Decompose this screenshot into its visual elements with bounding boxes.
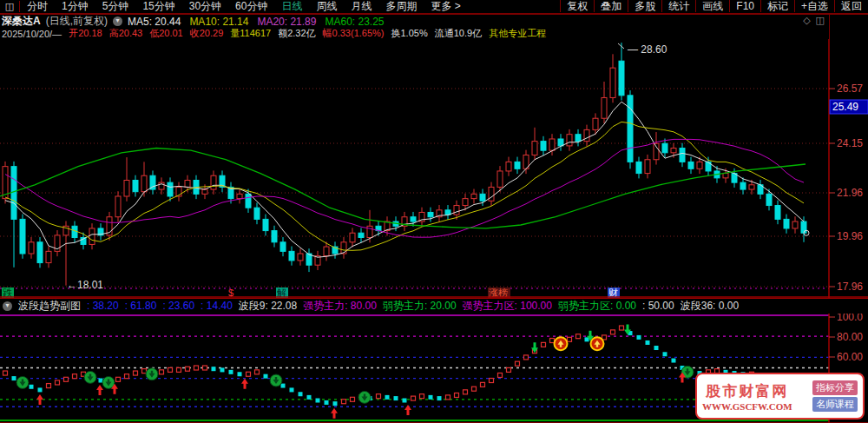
badge[interactable]: 跌 [3,288,13,298]
button-叠加[interactable]: 叠加 [594,0,628,12]
button-标记[interactable]: 标记 [760,0,794,12]
indicator-param: : 38.20 [87,300,119,312]
wave-dot-up [576,334,581,339]
quote-field: 低20.01 [149,27,183,40]
wave-dot-down [325,400,329,405]
button-返回[interactable]: 返回 [834,0,868,12]
quote-field: 额2.32亿 [278,27,315,40]
candle [202,189,207,194]
candle [697,162,702,169]
chevron-down-icon[interactable]: ▾ [3,301,12,311]
wave-dot-up [73,374,77,379]
candle [619,61,624,96]
ma-value: MA20: 21.89 [257,16,316,28]
candle [168,182,173,196]
wave-dot-up [490,379,494,383]
tab-分时[interactable]: 分时 [20,0,55,12]
tab-15分钟[interactable]: 15分钟 [135,0,181,12]
candle [454,206,459,215]
tab-60分钟[interactable]: 60分钟 [228,0,274,12]
wave-dot-up [160,370,164,374]
button-画线[interactable]: 画线 [695,0,729,12]
candle [801,221,806,233]
candle [280,242,286,252]
wave-dot-up [542,342,546,347]
candle [558,139,563,146]
chevron-down-icon[interactable]: ▾ [113,17,122,26]
wave-dot-up [3,371,8,375]
candle [541,142,546,151]
buy-zone-icon [270,374,282,387]
wave-dot-down [385,395,390,400]
tab-更多 >[interactable]: 更多 > [424,0,467,12]
wave-dot-up [47,384,51,388]
quote-field: 其他专业工程 [489,27,546,40]
button-F10[interactable]: F10 [729,0,760,12]
wave-dot-down [646,340,650,345]
indicator-param: 波段36: 0.00 [681,300,739,312]
candle [133,181,138,192]
tab-月线[interactable]: 月线 [344,0,378,12]
candle [532,142,537,155]
quote-field: 量114617 [230,27,271,40]
wave-dot-up [516,361,520,366]
indicator-param: : 50.00 [642,300,674,312]
watermark-badge-1: 指标分享 [812,380,858,395]
indicator-param: 波段9: 22.08 [239,300,297,312]
wave-dot-down [238,372,242,376]
candle [575,135,581,142]
up-arrow-signal [241,379,248,389]
candle [549,139,555,150]
candle [636,162,641,173]
tab-1分钟[interactable]: 1分钟 [55,0,95,12]
candle [497,171,503,187]
candle [628,96,633,162]
candle [89,228,95,244]
wave-dot-up [351,397,355,401]
wave-dot-up [56,380,60,385]
candle [584,129,589,141]
period-toolbar: ◫ 分时1分钟5分钟15分钟30分钟60分钟日线周线月线多周期更多 > 复权叠加… [0,0,868,15]
quote-field: 2025/10/20/— [2,29,62,39]
wave-dot-up [411,396,416,400]
wave-dot-down [429,395,433,400]
badge[interactable]: $ [228,288,233,298]
wave-dot-down [403,399,407,403]
wave-dot-up [472,387,477,391]
quote-field: 换1.05% [391,27,428,40]
wave-dot-up [203,366,207,370]
tab-日线[interactable]: 日线 [274,0,309,12]
candle [211,175,216,189]
wave-dot-up [611,330,615,334]
diamond-icon[interactable]: ◇ [803,15,810,26]
corner-icons: ◇◫ [803,15,825,26]
wave-dot-up [481,382,485,387]
button-+自选[interactable]: +自选 [794,0,834,12]
tab-5分钟[interactable]: 5分钟 [95,0,136,12]
tab-多周期[interactable]: 多周期 [378,0,424,12]
wave-dot-up [377,394,381,399]
period-tabs: 分时1分钟5分钟15分钟30分钟60分钟日线周线月线多周期更多 > [20,0,468,14]
candle [324,247,329,256]
badge[interactable]: 解 [277,288,286,298]
candle [471,194,477,198]
badge[interactable]: 涨榜 [489,288,508,298]
tab-周线[interactable]: 周线 [309,0,344,12]
split-view-icon[interactable]: ◫ [816,15,825,26]
window-split-icon[interactable]: ◫ [0,1,20,12]
wave-dot-down [212,367,216,371]
stock-mode: (日线,前复权) [46,14,108,29]
candle [645,160,650,174]
candle [428,212,433,216]
wave-dot-up [568,337,572,341]
button-统计[interactable]: 统计 [661,0,695,12]
main-candlestick-chart[interactable]: — 28.60←18.01跌$解涨榜财26.5724.1521.9619.961… [0,39,868,298]
button-多股[interactable]: 多股 [628,0,661,12]
tab-30分钟[interactable]: 30分钟 [182,0,228,12]
ma-value: MA10: 21.14 [189,16,248,28]
watermark-url: WWW.GSCFW.COM [702,401,792,412]
wave-dot-up [186,367,190,371]
y-axis-label: 80.00 [837,331,863,343]
badge[interactable]: 财 [608,288,618,298]
button-复权[interactable]: 复权 [560,0,594,12]
